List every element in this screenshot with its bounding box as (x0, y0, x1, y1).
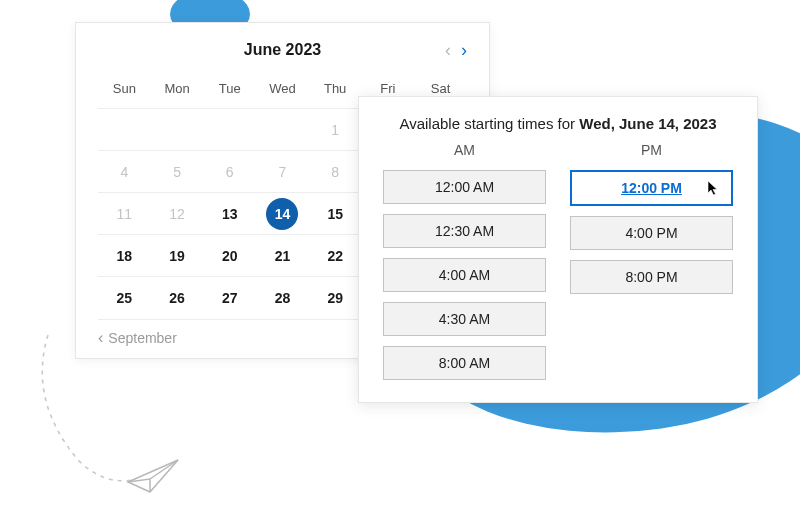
calendar-day-cell[interactable]: 8 (309, 151, 362, 193)
calendar-dow-cell: Mon (151, 73, 204, 109)
time-slot[interactable]: 4:00 PM (570, 216, 733, 250)
calendar-day-cell[interactable]: 4 (98, 151, 151, 193)
time-slot[interactable]: 8:00 AM (383, 346, 546, 380)
calendar-day-cell[interactable]: 19 (151, 235, 204, 277)
calendar-day-cell[interactable]: 22 (309, 235, 362, 277)
time-slot[interactable]: 12:00 PM (570, 170, 733, 206)
calendar-day-cell[interactable]: 18 (98, 235, 151, 277)
calendar-day-cell[interactable]: 29 (309, 277, 362, 319)
calendar-footer-label: September (108, 330, 176, 346)
calendar-header: June 2023 ‹ › (98, 41, 467, 59)
calendar-day-cell (151, 109, 204, 151)
calendar-day-cell[interactable]: 5 (151, 151, 204, 193)
am-label: AM (383, 142, 546, 158)
calendar-day-cell[interactable]: 20 (203, 235, 256, 277)
time-slot[interactable]: 12:00 AM (383, 170, 546, 204)
calendar-dow-cell: Thu (309, 73, 362, 109)
pm-column: PM 12:00 PM4:00 PM8:00 PM (570, 142, 733, 380)
calendar-dow-cell: Sun (98, 73, 151, 109)
calendar-day-cell[interactable]: 14 (256, 193, 309, 235)
times-heading-date: Wed, June 14, 2023 (579, 115, 716, 132)
pm-label: PM (570, 142, 733, 158)
times-heading-prefix: Available starting times for (399, 115, 579, 132)
calendar-day-cell[interactable]: 15 (309, 193, 362, 235)
time-slot[interactable]: 4:00 AM (383, 258, 546, 292)
calendar-nav: ‹ › (445, 41, 467, 59)
calendar-day-cell[interactable]: 6 (203, 151, 256, 193)
times-heading: Available starting times for Wed, June 1… (383, 115, 733, 132)
calendar-day-cell[interactable]: 25 (98, 277, 151, 319)
calendar-title: June 2023 (244, 41, 321, 59)
calendar-dow-cell: Tue (203, 73, 256, 109)
calendar-day-cell[interactable]: 7 (256, 151, 309, 193)
calendar-day-cell[interactable]: 11 (98, 193, 151, 235)
calendar-day-cell[interactable]: 26 (151, 277, 204, 319)
calendar-day-cell (256, 109, 309, 151)
calendar-day-cell (98, 109, 151, 151)
calendar-day-cell[interactable]: 27 (203, 277, 256, 319)
calendar-day-cell[interactable]: 28 (256, 277, 309, 319)
am-column: AM 12:00 AM12:30 AM4:00 AM4:30 AM8:00 AM (383, 142, 546, 380)
prev-month-button[interactable]: ‹ (445, 41, 451, 59)
calendar-day-cell[interactable]: 1 (309, 109, 362, 151)
calendar-day-cell[interactable]: 21 (256, 235, 309, 277)
calendar-day-cell[interactable]: 13 (203, 193, 256, 235)
calendar-dow-cell: Wed (256, 73, 309, 109)
cursor-icon (707, 180, 721, 196)
chevron-left-icon: ‹ (98, 330, 103, 346)
next-month-button[interactable]: › (461, 41, 467, 59)
time-slot[interactable]: 4:30 AM (383, 302, 546, 336)
time-slot[interactable]: 8:00 PM (570, 260, 733, 294)
time-slots-panel: Available starting times for Wed, June 1… (358, 96, 758, 403)
calendar-day-cell (203, 109, 256, 151)
calendar-day-cell[interactable]: 12 (151, 193, 204, 235)
time-slot[interactable]: 12:30 AM (383, 214, 546, 248)
